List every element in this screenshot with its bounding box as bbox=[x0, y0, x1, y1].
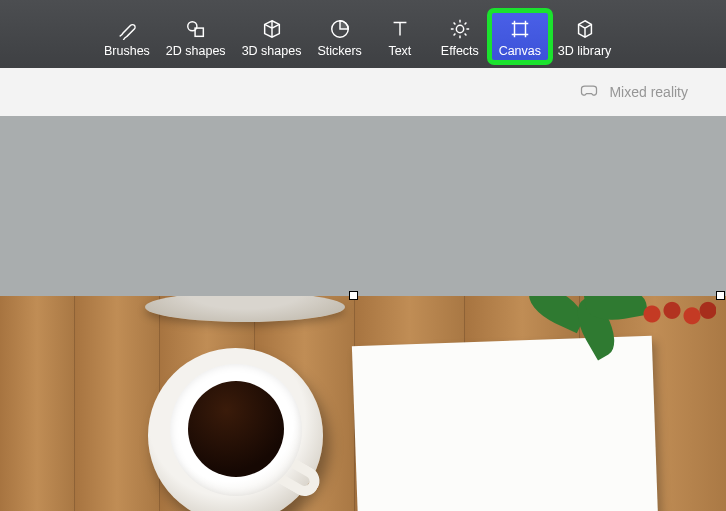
tab-canvas[interactable]: Canvas bbox=[490, 11, 550, 62]
tab-3d-library[interactable]: 3D library bbox=[550, 11, 620, 62]
paper-object bbox=[352, 336, 658, 511]
tab-label: Canvas bbox=[499, 44, 541, 58]
brush-icon bbox=[116, 17, 138, 41]
tab-effects[interactable]: Effects bbox=[430, 11, 490, 62]
svg-rect-4 bbox=[514, 24, 525, 35]
tab-label: 3D library bbox=[558, 44, 612, 58]
tab-text[interactable]: Text bbox=[370, 11, 430, 62]
stickers-icon bbox=[329, 17, 351, 41]
tab-label: 3D shapes bbox=[242, 44, 302, 58]
shapes3d-icon bbox=[261, 17, 283, 41]
mixed-reality-button[interactable]: Mixed reality bbox=[609, 84, 688, 100]
mixed-reality-icon bbox=[579, 81, 599, 104]
tab-stickers[interactable]: Stickers bbox=[309, 11, 369, 62]
workspace bbox=[0, 116, 726, 511]
tab-label: Text bbox=[388, 44, 411, 58]
resize-handle-top-right[interactable] bbox=[716, 291, 725, 300]
shapes2d-icon bbox=[185, 17, 207, 41]
sub-toolbar: Mixed reality bbox=[0, 68, 726, 116]
canvas-icon bbox=[509, 17, 531, 41]
svg-point-3 bbox=[456, 25, 463, 32]
canvas-image[interactable] bbox=[0, 296, 726, 511]
library3d-icon bbox=[574, 17, 596, 41]
tab-label: Brushes bbox=[104, 44, 150, 58]
text-icon bbox=[389, 17, 411, 41]
coffee-object bbox=[188, 381, 284, 477]
berries-object bbox=[636, 296, 716, 332]
resize-handle-top-mid[interactable] bbox=[349, 291, 358, 300]
tab-3d-shapes[interactable]: 3D shapes bbox=[234, 11, 310, 62]
effects-icon bbox=[449, 17, 471, 41]
tab-label: Stickers bbox=[317, 44, 361, 58]
tab-label: Effects bbox=[441, 44, 479, 58]
tab-label: 2D shapes bbox=[166, 44, 226, 58]
tab-2d-shapes[interactable]: 2D shapes bbox=[158, 11, 234, 62]
main-toolbar: Brushes 2D shapes 3D shapes Stickers Tex… bbox=[0, 0, 726, 68]
tab-brushes[interactable]: Brushes bbox=[96, 11, 158, 62]
